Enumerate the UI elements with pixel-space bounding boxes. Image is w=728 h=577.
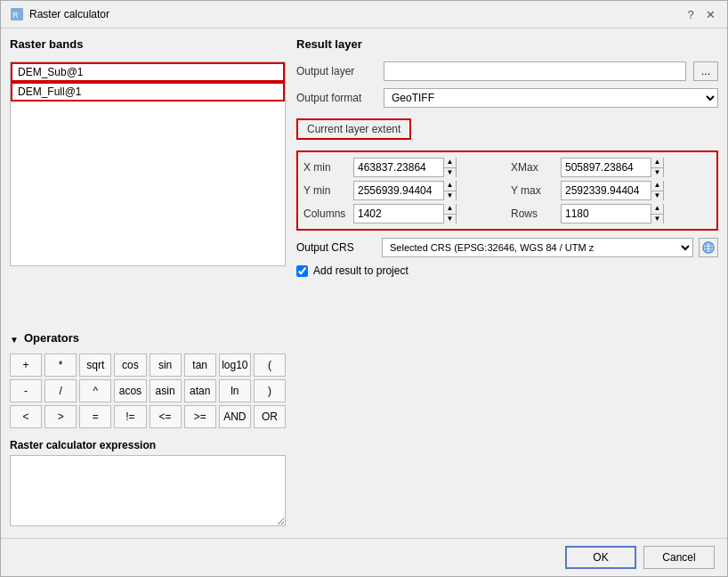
y-min-input-wrap: ▲ ▼ [353,181,457,200]
x-min-label: X min [303,161,350,174]
x-max-spin-up[interactable]: ▲ [651,158,663,167]
op-lte[interactable]: <= [150,405,182,428]
columns-input-wrap: ▲ ▼ [353,204,457,223]
add-result-checkbox[interactable] [296,265,308,277]
operators-section: ▼ Operators + * sqrt cos sin tan log10 (… [10,331,286,428]
rows-spin-down[interactable]: ▼ [651,214,663,224]
expression-label: Raster calculator expression [10,439,286,451]
columns-spin-up[interactable]: ▲ [444,204,456,214]
output-format-label: Output format [296,92,376,104]
y-max-spin-up[interactable]: ▲ [651,181,663,191]
op-sqrt[interactable]: sqrt [79,354,111,377]
close-button[interactable]: ✕ [702,6,718,22]
crs-globe-button[interactable] [699,238,718,257]
x-min-spin-up[interactable]: ▲ [444,158,456,167]
op-power[interactable]: ^ [79,379,111,402]
op-multiply[interactable]: * [44,354,77,377]
cancel-button[interactable]: Cancel [643,546,715,569]
browse-button[interactable]: ... [693,61,718,81]
op-and[interactable]: AND [219,405,251,428]
add-result-label: Add result to project [313,264,408,277]
left-panel: Raster bands DEM_Sub@1 DEM_Full@1 ▼ Oper… [10,37,286,529]
rows-label: Rows [511,207,557,220]
x-max-input-wrap: ▲ ▼ [561,158,664,177]
operators-chevron: ▼ [10,335,19,345]
expression-input[interactable] [10,455,286,526]
op-log10[interactable]: log10 [219,354,251,377]
output-layer-input[interactable] [384,61,686,81]
columns-input[interactable] [354,205,443,223]
operators-label: Operators [24,331,79,345]
y-max-label: Y max [511,184,557,197]
dialog-body: Raster bands DEM_Sub@1 DEM_Full@1 ▼ Oper… [1,28,727,538]
rows-input-wrap: ▲ ▼ [561,204,664,223]
op-eq[interactable]: = [79,405,111,428]
y-min-label: Y min [303,184,350,197]
op-divide[interactable]: / [44,379,77,402]
x-max-row: XMax ▲ ▼ [511,158,711,177]
op-cos[interactable]: cos [114,354,146,377]
app-icon: R [10,7,24,21]
op-sin[interactable]: sin [150,354,182,377]
op-ln[interactable]: ln [219,379,251,402]
op-acos[interactable]: acos [114,379,146,402]
operators-grid: + * sqrt cos sin tan log10 ( - / ^ acos … [10,354,286,428]
svg-text:R: R [12,11,19,20]
op-atan[interactable]: atan [184,379,216,402]
output-layer-label: Output layer [296,65,376,77]
x-min-row: X min ▲ ▼ [303,158,504,177]
ok-button[interactable]: OK [565,546,636,569]
y-max-input-wrap: ▲ ▼ [561,181,664,200]
output-format-select[interactable]: GeoTIFF [384,88,718,108]
op-plus[interactable]: + [10,354,42,377]
crs-label: Output CRS [296,241,376,254]
add-result-row: Add result to project [296,264,718,277]
raster-bands-label: Raster bands [10,37,286,51]
op-lt[interactable]: < [10,405,42,428]
dialog-footer: OK Cancel [1,538,727,576]
rows-row: Rows ▲ ▼ [511,204,711,223]
y-min-input[interactable] [354,182,443,199]
x-min-spin-down[interactable]: ▼ [444,167,456,178]
operators-header[interactable]: ▼ Operators [10,331,286,348]
crs-row: Output CRS Selected CRS (EPSG:32646, WGS… [296,238,718,257]
op-open-paren[interactable]: ( [254,354,286,377]
output-layer-row: Output layer ... [296,61,718,81]
extent-grid: X min ▲ ▼ XMax ▲ [296,150,718,231]
raster-bands-list: DEM_Sub@1 DEM_Full@1 [10,61,286,266]
y-min-spin-up[interactable]: ▲ [444,181,456,191]
crs-select[interactable]: Selected CRS (EPSG:32646, WGS 84 / UTM z [382,238,693,257]
columns-spin-down[interactable]: ▼ [444,214,456,224]
y-max-input[interactable] [562,182,651,199]
raster-band-item-0[interactable]: DEM_Sub@1 [11,62,285,82]
expression-section: Raster calculator expression [10,439,286,529]
op-gt[interactable]: > [44,405,77,428]
x-min-input[interactable] [354,158,443,176]
globe-icon [701,240,716,255]
output-format-row: Output format GeoTIFF [296,88,718,108]
dialog-title: Raster calculator [29,8,109,20]
columns-row: Columns ▲ ▼ [303,204,504,223]
op-asin[interactable]: asin [150,379,182,402]
x-max-input[interactable] [562,158,651,176]
y-max-spin-down[interactable]: ▼ [651,191,663,201]
title-bar: R Raster calculator ? ✕ [1,1,727,28]
raster-calculator-dialog: R Raster calculator ? ✕ Raster bands DEM… [0,0,728,577]
rows-input[interactable] [562,205,651,223]
op-gte[interactable]: >= [184,405,216,428]
columns-label: Columns [303,207,350,220]
y-max-row: Y max ▲ ▼ [511,181,711,200]
op-or[interactable]: OR [254,405,286,428]
rows-spin-up[interactable]: ▲ [651,204,663,214]
op-close-paren[interactable]: ) [254,379,286,402]
op-neq[interactable]: != [114,405,146,428]
y-min-row: Y min ▲ ▼ [303,181,504,200]
op-minus[interactable]: - [10,379,42,402]
current-extent-button[interactable]: Current layer extent [296,118,411,140]
op-tan[interactable]: tan [184,354,216,377]
help-button[interactable]: ? [683,6,699,22]
y-min-spin-down[interactable]: ▼ [444,191,456,201]
x-max-spin-down[interactable]: ▼ [651,167,663,178]
raster-band-item-1[interactable]: DEM_Full@1 [11,82,285,102]
result-layer-label: Result layer [296,37,718,51]
